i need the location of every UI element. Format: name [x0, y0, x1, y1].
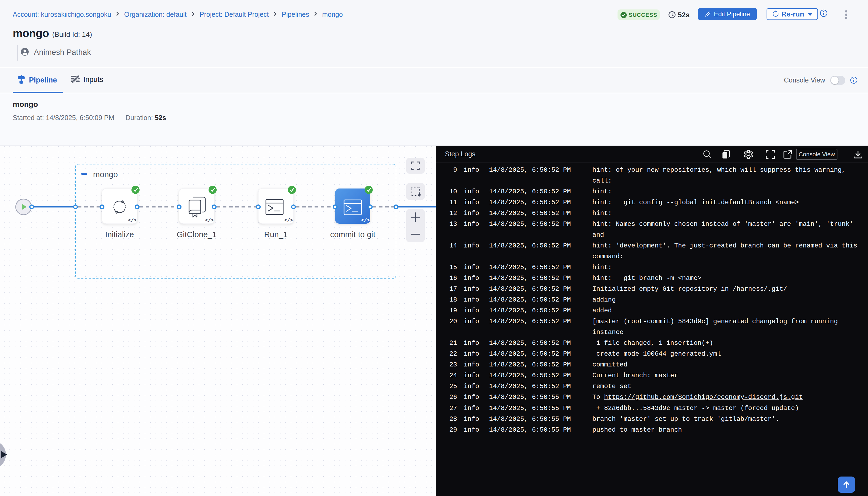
svg-text:</>: </>: [361, 218, 370, 223]
svg-text:</>: </>: [284, 218, 293, 223]
svg-text:mongo: mongo: [93, 170, 118, 179]
svg-text:</>: </>: [205, 218, 214, 223]
svg-text:</>: </>: [128, 218, 137, 223]
svg-text:commit to git: commit to git: [330, 230, 375, 239]
svg-text:Initialize: Initialize: [105, 230, 134, 239]
svg-text:GitClone_1: GitClone_1: [176, 230, 217, 239]
svg-text:Run_1: Run_1: [264, 230, 288, 239]
